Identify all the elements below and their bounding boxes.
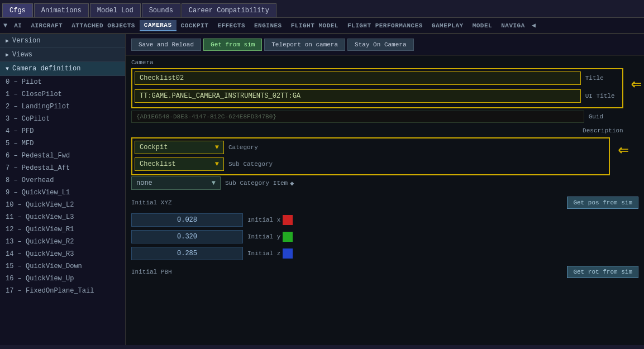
- sub-tab-effects[interactable]: EFFECTS: [213, 21, 250, 31]
- initial-pbh-label: Initial PBH: [131, 269, 172, 275]
- camera-item-5[interactable]: 5 – MFD: [0, 137, 125, 150]
- camera-item-11[interactable]: 11 – QuickView_L3: [0, 211, 125, 223]
- ui-title-label: UI Title: [581, 93, 620, 99]
- sub-category-label: Sub Category: [224, 161, 273, 168]
- sub-tab-cockpit[interactable]: COCKPIT: [176, 21, 213, 31]
- sub-tab-ai[interactable]: AI: [9, 21, 26, 31]
- initial-x-row: Initial x: [126, 212, 644, 228]
- sub-tab-model[interactable]: MODEL: [468, 21, 497, 31]
- category-dropdown-arrow-icon: ▼: [215, 144, 219, 151]
- initial-z-label: Initial z: [243, 250, 280, 257]
- guid-input[interactable]: [131, 111, 584, 123]
- initial-x-label: Initial x: [243, 217, 280, 223]
- initial-y-label: Initial y: [243, 233, 280, 240]
- title-yellow-arrow-icon: ⇐: [631, 76, 642, 94]
- camera-definition-header[interactable]: ▼ Camera definition: [0, 62, 125, 76]
- camera-item-14[interactable]: 14 – QuickView_R3: [0, 248, 125, 260]
- teleport-on-camera-button[interactable]: Teleport on camera: [264, 39, 345, 51]
- sub-cat-item-arrow-icon: ▼: [212, 179, 216, 187]
- title-input[interactable]: [135, 71, 581, 85]
- color-green-box: [283, 232, 293, 242]
- category-value: Cockpit: [140, 144, 168, 151]
- sub-category-item-dropdown[interactable]: none ▼: [131, 176, 221, 190]
- sub-tab-aircraft[interactable]: AIRCRAFT: [26, 21, 67, 31]
- action-buttons-row: Save and Reload Get from sim Teleport on…: [126, 34, 644, 56]
- category-label: Category: [224, 144, 258, 151]
- tab-career-compatibility[interactable]: Career Compatibility: [182, 3, 276, 17]
- sub-tab-naviga[interactable]: NAVIGA: [497, 21, 529, 31]
- initial-z-input[interactable]: [131, 247, 243, 260]
- diamond-icon: ◆: [290, 179, 294, 188]
- initial-y-row: Initial y: [126, 229, 644, 245]
- sub-category-item-label: Sub Category Item: [221, 180, 288, 187]
- right-panel: Save and Reload Get from sim Teleport on…: [126, 34, 644, 345]
- sub-tab-cameras[interactable]: CAMERAS: [140, 20, 176, 31]
- title-ui-title-group: Title UI Title: [131, 68, 623, 108]
- category-yellow-arrow-icon: ⇐: [618, 142, 628, 160]
- sub-tab-gameplay[interactable]: GAMEPLAY: [427, 21, 468, 31]
- tab-animations[interactable]: Animations: [34, 3, 89, 17]
- version-section-header[interactable]: ▶ Version: [0, 34, 125, 48]
- sub-tab-engines[interactable]: ENGINES: [250, 21, 287, 31]
- camera-item-2[interactable]: 2 – LandingPilot: [0, 101, 125, 113]
- guid-label: Guid: [584, 113, 623, 120]
- save-reload-button[interactable]: Save and Reload: [131, 39, 201, 51]
- camera-item-13[interactable]: 13 – QuickView_R2: [0, 236, 125, 248]
- initial-z-row: Initial z: [126, 246, 644, 261]
- top-tabs-bar: Cfgs Animations Model Lod Sounds Career …: [0, 0, 644, 18]
- camera-definition-label: Camera definition: [12, 65, 80, 73]
- category-dropdown[interactable]: Cockpit ▼: [135, 141, 224, 154]
- initial-y-input[interactable]: [131, 230, 243, 243]
- category-subcategory-group: Cockpit ▼ Category Checklist ▼: [131, 137, 610, 175]
- camera-def-arrow-icon: ▼: [6, 66, 9, 72]
- sub-tab-flight-model[interactable]: FLIGHT MODEL: [287, 21, 343, 31]
- camera-item-9[interactable]: 9 – QuickView_L1: [0, 187, 125, 199]
- description-label: Description: [578, 127, 623, 134]
- camera-item-6[interactable]: 6 – Pedestal_Fwd: [0, 150, 125, 162]
- camera-item-7[interactable]: 7 – Pedestal_Aft: [0, 162, 125, 174]
- views-arrow-icon: ▶: [6, 51, 9, 58]
- get-from-sim-button[interactable]: Get from sim: [203, 39, 262, 51]
- sub-tabs-bar: ▼ AI AIRCRAFT ATTACHED OBJECTS CAMERAS C…: [0, 18, 644, 34]
- camera-list: 0 – Pilot 1 – ClosePilot 2 – LandingPilo…: [0, 76, 125, 297]
- camera-item-0[interactable]: 0 – Pilot: [0, 76, 125, 88]
- views-section-header[interactable]: ▶ Views: [0, 48, 125, 62]
- camera-item-1[interactable]: 1 – ClosePilot: [0, 88, 125, 101]
- tab-model-lod[interactable]: Model Lod: [90, 3, 141, 17]
- ui-title-input[interactable]: [135, 89, 581, 103]
- camera-item-12[interactable]: 12 – QuickView_R1: [0, 223, 125, 236]
- initial-x-input[interactable]: [131, 213, 243, 227]
- sub-category-dropdown-arrow-icon: ▼: [215, 160, 219, 168]
- sub-category-dropdown[interactable]: Checklist ▼: [135, 157, 224, 171]
- tab-cfgs[interactable]: Cfgs: [2, 3, 33, 17]
- views-label: Views: [12, 51, 32, 59]
- sub-tabs-left-arrow[interactable]: ▼: [1, 20, 9, 31]
- color-blue-box: [283, 248, 293, 259]
- stay-on-camera-button[interactable]: Stay On Camera: [347, 39, 413, 51]
- sub-tabs-right-arrow[interactable]: ◀: [529, 20, 538, 31]
- camera-item-17[interactable]: 17 – FixedOnPlane_Tail: [0, 285, 125, 297]
- title-label: Title: [581, 75, 620, 82]
- version-arrow-icon: ▶: [6, 37, 9, 44]
- camera-item-3[interactable]: 3 – CoPilot: [0, 113, 125, 125]
- main-layout: ▶ Version ▶ Views ▼ Camera definition 0 …: [0, 34, 644, 345]
- sub-tab-flight-performances[interactable]: FLIGHT PERFORMANCES: [343, 21, 427, 31]
- initial-xyz-label: Initial XYZ: [131, 199, 172, 206]
- version-label: Version: [12, 37, 40, 45]
- sub-category-item-value: none: [136, 179, 152, 187]
- camera-item-16[interactable]: 16 – QuickView_Up: [0, 272, 125, 285]
- sub-tab-attached-objects[interactable]: ATTACHED OBJECTS: [67, 21, 140, 31]
- camera-item-15[interactable]: 15 – QuickView_Down: [0, 260, 125, 272]
- get-rot-from-sim-button[interactable]: Get rot from sim: [567, 266, 638, 278]
- camera-item-8[interactable]: 8 – Overhead: [0, 174, 125, 187]
- camera-item-10[interactable]: 10 – QuickView_L2: [0, 199, 125, 211]
- sub-category-value: Checklist: [140, 160, 176, 168]
- get-pos-from-sim-button[interactable]: Get pos from sim: [567, 197, 638, 209]
- left-panel: ▶ Version ▶ Views ▼ Camera definition 0 …: [0, 34, 126, 345]
- pbh-row: Initial PBH Get rot from sim: [126, 262, 644, 281]
- camera-item-4[interactable]: 4 – PFD: [0, 125, 125, 137]
- xyz-header: Initial XYZ Get pos from sim: [126, 193, 644, 212]
- tab-sounds[interactable]: Sounds: [142, 3, 180, 17]
- camera-section-label: Camera: [126, 56, 644, 67]
- color-red-box: [283, 215, 293, 225]
